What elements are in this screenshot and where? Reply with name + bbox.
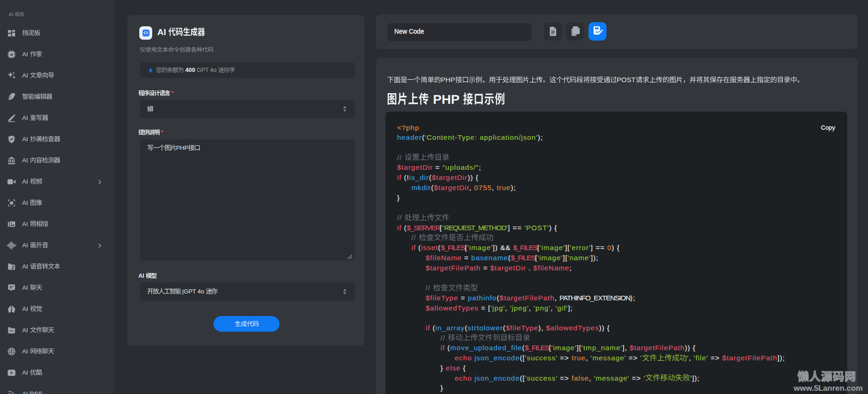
svg-text:AI: AI <box>10 53 13 57</box>
